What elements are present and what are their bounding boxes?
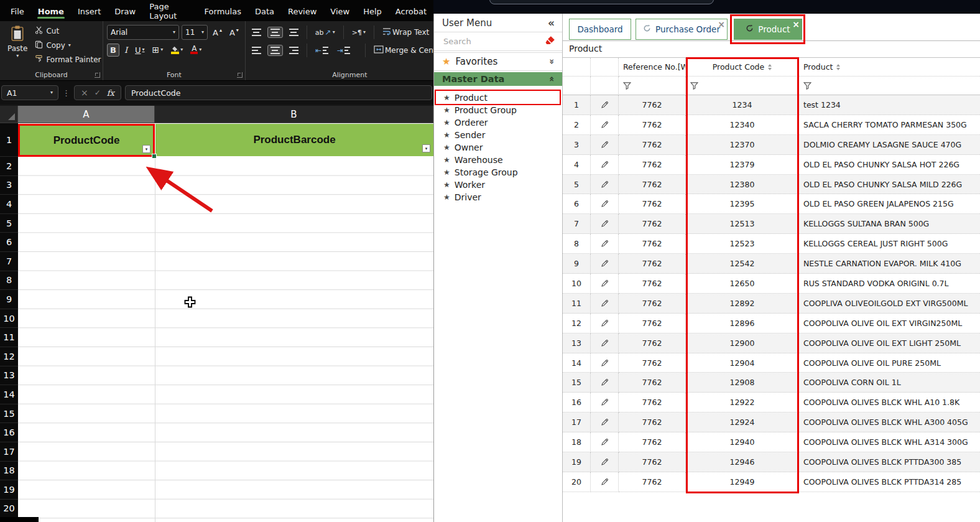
row-number-20[interactable]: 20 (0, 500, 18, 519)
reference-cell[interactable]: 7762 (619, 254, 686, 274)
clear-search-eraser-icon[interactable] (545, 35, 555, 47)
name-box[interactable]: A1▾ (1, 85, 58, 100)
product-name-cell[interactable]: DOLMIO CREAMY LASAGNE SAUCE 470G (799, 135, 980, 155)
row-number-4[interactable]: 4 (0, 195, 18, 214)
italic-button[interactable]: I (122, 44, 130, 56)
font-dialog-launcher-icon[interactable] (237, 72, 243, 78)
product-name-cell[interactable]: COOPOLIVA OLIVE OIL EXT VIRGIN250ML (799, 314, 980, 333)
insert-function-icon[interactable]: fx (107, 88, 114, 98)
select-all-corner[interactable] (0, 106, 18, 123)
excel-menu-home[interactable]: Home (31, 2, 71, 20)
excel-menu-help[interactable]: Help (356, 2, 389, 20)
increase-font-button[interactable]: A▴ (210, 27, 224, 39)
menu-item-sender[interactable]: ★Sender (434, 129, 562, 141)
product-code-cell[interactable]: 12380 (686, 175, 799, 195)
edit-row-button[interactable] (591, 115, 619, 135)
clipboard-dialog-launcher-icon[interactable] (95, 72, 100, 78)
edit-row-button[interactable] (591, 194, 619, 214)
edit-row-button[interactable] (591, 214, 619, 234)
menu-item-product-group[interactable]: ★Product Group (434, 104, 562, 116)
product-name-cell[interactable]: COOPOLIVA OLIVES BLCK PTTDA314 285 (799, 472, 980, 492)
product-code-cell[interactable]: 12340 (686, 115, 799, 135)
row-number-16[interactable]: 16 (0, 423, 18, 442)
product-name-cell[interactable]: COOPOLIVA OLIVES BLCK PTTDA300 385 (799, 452, 980, 472)
edit-row-button[interactable] (591, 353, 619, 373)
expand-favorites-icon[interactable]: » (547, 58, 557, 64)
align-right-button[interactable] (287, 45, 301, 55)
orientation-button[interactable]: ab↗▾ (313, 27, 338, 38)
reference-cell[interactable]: 7762 (619, 234, 686, 254)
reference-filter-cell[interactable] (619, 77, 686, 95)
align-center-button[interactable] (267, 45, 283, 56)
product-name-cell[interactable]: RUS STANDARD VODKA ORIGINL 0.7L (799, 274, 980, 294)
master-data-section-header[interactable]: Master Data « (434, 72, 562, 86)
edit-row-button[interactable] (591, 155, 619, 175)
product-code-cell[interactable]: 12940 (686, 432, 799, 452)
reference-cell[interactable]: 7762 (619, 294, 686, 314)
product-code-cell[interactable]: 12523 (686, 234, 799, 254)
product-name-cell[interactable]: SACLA CHERRY TOMATO PARMESAN 350G (799, 115, 980, 135)
menu-item-driver[interactable]: ★Driver (434, 191, 562, 203)
cell-a1[interactable]: ProductCode ▾ (18, 124, 155, 157)
product-code-cell[interactable]: 12904 (686, 353, 799, 373)
row-number-13[interactable]: 13 (0, 366, 18, 386)
reference-column-header[interactable]: Reference No.[WH (619, 58, 686, 77)
product-code-cell[interactable]: 12922 (686, 393, 799, 412)
product-name-cell[interactable]: KELLOGGS SULTANA BRAN 500G (799, 214, 980, 234)
font-size-select[interactable]: 11▾ (182, 25, 208, 40)
refresh-icon[interactable] (643, 24, 651, 34)
row-number-9[interactable]: 9 (0, 290, 18, 309)
reference-cell[interactable]: 7762 (619, 155, 686, 175)
reference-cell[interactable]: 7762 (619, 314, 686, 333)
collapse-master-data-icon[interactable]: « (547, 76, 557, 82)
excel-menu-insert[interactable]: Insert (71, 2, 108, 20)
align-left-button[interactable] (249, 45, 264, 55)
cell-a1-filter-button[interactable]: ▾ (142, 145, 150, 153)
row-number-7[interactable]: 7 (0, 252, 18, 271)
reference-cell[interactable]: 7762 (619, 452, 686, 472)
product-code-cell[interactable]: 12908 (686, 373, 799, 393)
align-top-button[interactable] (249, 27, 264, 37)
product-filter-cell[interactable] (799, 77, 980, 95)
reference-cell[interactable]: 7762 (619, 393, 686, 412)
product-name-cell[interactable]: OLD EL PASO GREEN JALAPENOS 215G (799, 194, 980, 214)
edit-row-button[interactable] (591, 412, 619, 432)
close-tab-icon[interactable]: × (792, 20, 800, 29)
collapse-panel-icon[interactable]: « (548, 17, 555, 29)
edit-row-button[interactable] (591, 452, 619, 472)
menu-item-warehouse[interactable]: ★Warehouse (434, 154, 562, 166)
paste-button[interactable]: Paste ▾ (4, 24, 31, 69)
cut-button[interactable]: Cut (35, 25, 101, 37)
tab-purchase-order[interactable]: Purchase Order× (636, 19, 728, 40)
reference-cell[interactable]: 7762 (619, 194, 686, 214)
row-number-3[interactable]: 3 (0, 176, 18, 195)
product-code-cell[interactable]: 12892 (686, 294, 799, 314)
row-number-2[interactable]: 2 (0, 157, 18, 176)
edit-row-button[interactable] (591, 135, 619, 155)
confirm-formula-icon[interactable]: ✓ (95, 88, 101, 97)
product-code-cell[interactable]: 12896 (686, 314, 799, 333)
font-name-select[interactable]: Arial▾ (107, 25, 179, 40)
menu-item-orderer[interactable]: ★Orderer (434, 116, 562, 129)
search-input[interactable] (442, 36, 532, 47)
product-column-header[interactable]: Product (799, 58, 980, 77)
excel-menu-view[interactable]: View (323, 2, 356, 20)
selection-fill-handle[interactable] (152, 154, 157, 159)
edit-row-button[interactable] (591, 175, 619, 195)
reference-cell[interactable]: 7762 (619, 214, 686, 234)
edit-row-button[interactable] (591, 234, 619, 254)
excel-menu-data[interactable]: Data (248, 2, 281, 20)
reference-cell[interactable]: 7762 (619, 274, 686, 294)
font-color-button[interactable]: A ▾ (188, 44, 204, 55)
product-code-cell[interactable]: 12370 (686, 135, 799, 155)
edit-row-button[interactable] (591, 432, 619, 452)
decrease-font-button[interactable]: A▾ (227, 27, 241, 39)
column-header-a[interactable]: A (18, 106, 155, 123)
product-name-cell[interactable]: KELLOGGS CEREAL JUST RIGHT 500G (799, 234, 980, 254)
product-name-cell[interactable]: COOPOLIVA OLIVES BLCK WHL A10 1.8K (799, 393, 980, 412)
row-number-8[interactable]: 8 (0, 271, 18, 291)
cancel-formula-icon[interactable]: × (81, 88, 88, 98)
underline-button[interactable]: U▾ (132, 44, 147, 56)
sort-icon[interactable] (768, 64, 772, 70)
increase-indent-button[interactable]: ⇥ (335, 45, 353, 56)
